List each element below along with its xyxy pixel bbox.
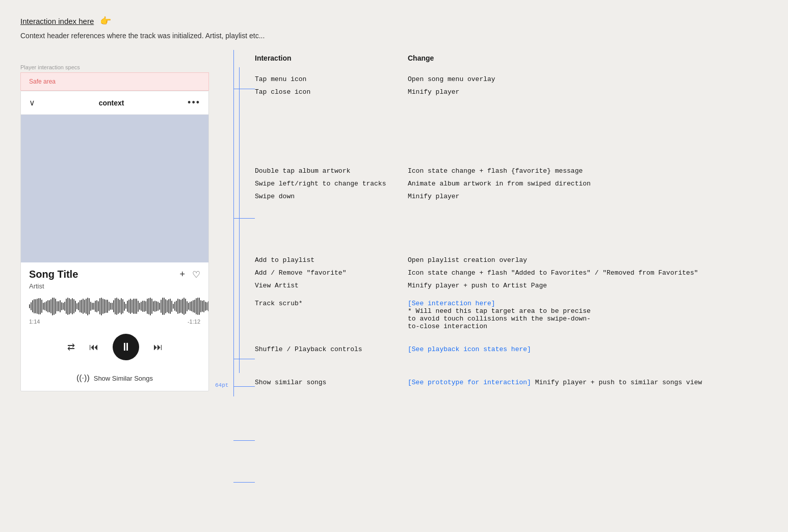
scrub-connector: 64pt [233,386,255,387]
waveform-bar [148,298,149,315]
table-row: Double tap album artwork Icon state chan… [255,167,768,175]
time-row: 1:14 -1:12 [21,318,208,329]
chevron-down-icon[interactable]: ∨ [29,98,35,108]
waveform-bar [167,300,168,313]
waveform-bar [145,301,146,311]
song-info-row: Song Title + ♡ [21,262,208,282]
phone-topbar: ∨ context ••• [21,91,208,115]
waveform-bar [50,299,51,314]
phone-mockup: ∨ context ••• Song Title + ♡ Artist [20,91,209,391]
waveform-bar [115,298,116,314]
waveform-bar [96,300,97,312]
waveform-bar [101,298,102,315]
vertical-guide-line [233,50,234,396]
main-layout: Player interaction specs Safe area ∨ con… [20,50,768,396]
waveform-bar [113,300,114,313]
waveform-bar [170,299,171,314]
song-title: Song Title [29,269,78,280]
waveform-bar [70,299,71,313]
waveform-bar [161,300,162,312]
waveform-bar [84,300,85,313]
waveform-bar [86,299,87,313]
waveform-bar [35,299,36,314]
interaction-cell: Swipe down [255,193,408,200]
waveform-bar [139,303,140,310]
playback-controls: ⇄ ⏮ ⏸ ⏭ [21,329,208,367]
similar-section: Show similar songs [See prototype for in… [255,374,768,386]
interaction-cell: Shuffle / Playback controls [255,345,408,353]
waveform-bar [43,303,44,310]
similar-change-text: Minify player + push to similar songs vi… [535,379,702,386]
waveform-bar [119,300,120,313]
waveform-bar [197,298,198,315]
scrub-section: Track scrub* [See interaction here] * Wi… [255,300,768,330]
waveform-bar [183,298,185,315]
change-cell: Minify player [408,193,768,200]
table-row: Tap close icon Minify player [255,88,768,96]
shuffle-icon[interactable]: ⇄ [67,341,75,353]
waveform-bar [165,299,166,313]
next-track-icon[interactable]: ⏭ [153,342,163,353]
waveform-bar [75,301,76,312]
waveform-bar [80,300,81,312]
waveform-bar [205,302,206,311]
waveform-bar [153,301,154,311]
waveform-bar [193,300,194,312]
waveform-bar [106,300,107,312]
scrub-note: * Will need this tap target area to be p… [408,307,591,330]
waveform-container[interactable] [21,294,208,318]
waveform-bar [130,299,131,314]
waveform-bar [112,303,113,310]
change-cell: Icon state change + flash "Added to Favo… [408,269,768,277]
waveform-bar [104,299,105,313]
add-to-playlist-icon[interactable]: + [179,269,185,280]
waveform-bar [58,301,59,312]
change-cell: Open song menu overlay [408,75,768,83]
table-column: Interaction Change Tap menu icon Open so… [255,50,768,396]
waveform-bar [133,299,134,313]
context-label: context [99,99,124,107]
waveform-bar [102,299,103,314]
song-actions: + ♡ [179,269,200,280]
waveform-bar [47,300,48,312]
table-row: Add / Remove "favorite" Icon state chang… [255,269,768,277]
waveform-bar [31,302,32,310]
waveform-bar [151,299,152,313]
prev-track-icon[interactable]: ⏮ [89,342,98,353]
table-row: Swipe down Minify player [255,193,768,200]
play-pause-button[interactable]: ⏸ [113,334,139,360]
interaction-cell: Show similar songs [255,379,408,386]
waveform-bar [124,302,125,310]
waveform-bar [72,298,73,314]
waveform-bar [159,303,160,310]
waveform-bar [208,301,209,311]
favorite-icon[interactable]: ♡ [192,269,200,280]
waveform-bar [32,300,33,312]
change-cell: Open playlist creation overlay [408,256,768,264]
table-row: Track scrub* [See interaction here] * Wi… [255,300,768,330]
waveform-bar [190,302,191,311]
page-header: Interaction index here 👉 Context header … [20,15,768,40]
waveform-bar [179,299,180,314]
pause-icon: ⏸ [120,340,132,354]
waveform-bar [109,302,110,310]
menu-dots-icon[interactable]: ••• [188,97,200,108]
waveform-bar [81,300,82,313]
see-prototype-link[interactable]: [See prototype for interaction] [408,379,531,386]
similar-songs-row[interactable]: ((·)) Show Similar Songs [21,367,208,391]
interaction-index-link[interactable]: Interaction index here [20,17,94,25]
see-interaction-link[interactable]: [See interaction here] [408,300,495,307]
interaction-header: Interaction [255,54,408,62]
waveform-bar [87,298,88,315]
see-playback-link[interactable]: [See playback icon states here] [408,345,531,353]
waveform-bar [173,304,174,308]
waveform-bar [107,300,108,313]
waveform-bar [127,301,128,312]
waveform-bar [162,298,163,315]
change-cell: [See playback icon states here] [408,345,768,353]
album-art[interactable] [21,115,208,262]
playback-section: Shuffle / Playback controls [See playbac… [255,340,768,353]
waveform-bar [180,300,181,312]
waveform-bar [164,298,165,314]
waveform-bar [206,302,207,310]
